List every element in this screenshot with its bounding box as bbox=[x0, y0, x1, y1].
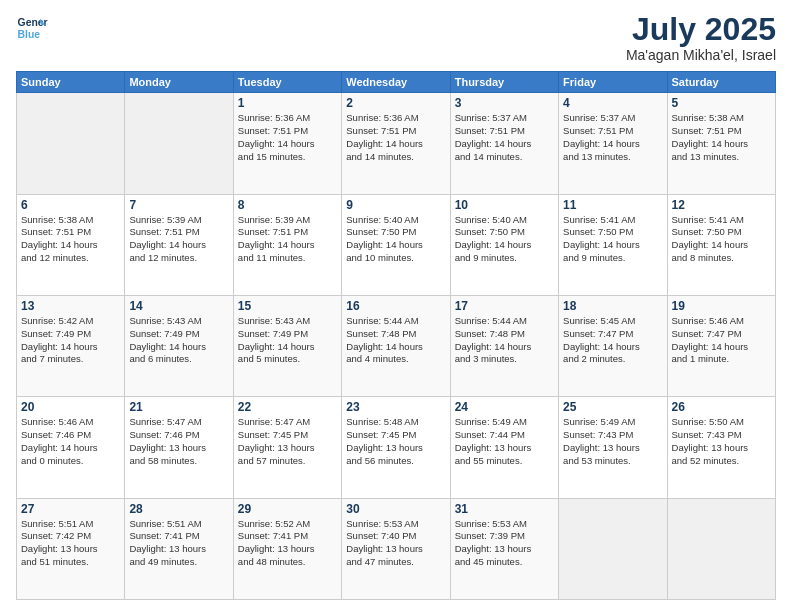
cell-info: Sunrise: 5:38 AMSunset: 7:51 PMDaylight:… bbox=[672, 112, 771, 163]
week-row-5: 27Sunrise: 5:51 AMSunset: 7:42 PMDayligh… bbox=[17, 498, 776, 599]
sunrise-text: Sunrise: 5:51 AM bbox=[21, 518, 93, 529]
week-row-1: 1Sunrise: 5:36 AMSunset: 7:51 PMDaylight… bbox=[17, 93, 776, 194]
cell-info: Sunrise: 5:44 AMSunset: 7:48 PMDaylight:… bbox=[455, 315, 554, 366]
cell-day-number: 4 bbox=[563, 96, 662, 110]
cell-info: Sunrise: 5:43 AMSunset: 7:49 PMDaylight:… bbox=[238, 315, 337, 366]
cell-day-number: 18 bbox=[563, 299, 662, 313]
logo-icon: General Blue bbox=[16, 12, 48, 44]
cell-info: Sunrise: 5:48 AMSunset: 7:45 PMDaylight:… bbox=[346, 416, 445, 467]
table-row bbox=[17, 93, 125, 194]
table-row bbox=[667, 498, 775, 599]
sunrise-text: Sunrise: 5:36 AM bbox=[346, 112, 418, 123]
sunset-text: Sunset: 7:48 PM bbox=[455, 328, 525, 339]
sunrise-text: Sunrise: 5:49 AM bbox=[563, 416, 635, 427]
sunset-text: Sunset: 7:47 PM bbox=[672, 328, 742, 339]
week-row-4: 20Sunrise: 5:46 AMSunset: 7:46 PMDayligh… bbox=[17, 397, 776, 498]
sunset-text: Sunset: 7:50 PM bbox=[455, 226, 525, 237]
sunset-text: Sunset: 7:43 PM bbox=[672, 429, 742, 440]
table-row: 26Sunrise: 5:50 AMSunset: 7:43 PMDayligh… bbox=[667, 397, 775, 498]
week-row-2: 6Sunrise: 5:38 AMSunset: 7:51 PMDaylight… bbox=[17, 194, 776, 295]
table-row: 29Sunrise: 5:52 AMSunset: 7:41 PMDayligh… bbox=[233, 498, 341, 599]
daylight-text: Daylight: 14 hoursand 11 minutes. bbox=[238, 239, 315, 263]
daylight-text: Daylight: 14 hoursand 3 minutes. bbox=[455, 341, 532, 365]
cell-info: Sunrise: 5:39 AMSunset: 7:51 PMDaylight:… bbox=[129, 214, 228, 265]
daylight-text: Daylight: 14 hoursand 13 minutes. bbox=[563, 138, 640, 162]
header-wednesday: Wednesday bbox=[342, 72, 450, 93]
cell-info: Sunrise: 5:42 AMSunset: 7:49 PMDaylight:… bbox=[21, 315, 120, 366]
daylight-text: Daylight: 13 hoursand 45 minutes. bbox=[455, 543, 532, 567]
sunrise-text: Sunrise: 5:46 AM bbox=[21, 416, 93, 427]
sunset-text: Sunset: 7:51 PM bbox=[238, 226, 308, 237]
cell-info: Sunrise: 5:36 AMSunset: 7:51 PMDaylight:… bbox=[238, 112, 337, 163]
calendar-table: Sunday Monday Tuesday Wednesday Thursday… bbox=[16, 71, 776, 600]
sunrise-text: Sunrise: 5:37 AM bbox=[563, 112, 635, 123]
cell-info: Sunrise: 5:53 AMSunset: 7:40 PMDaylight:… bbox=[346, 518, 445, 569]
sunset-text: Sunset: 7:39 PM bbox=[455, 530, 525, 541]
table-row: 6Sunrise: 5:38 AMSunset: 7:51 PMDaylight… bbox=[17, 194, 125, 295]
cell-day-number: 3 bbox=[455, 96, 554, 110]
sunrise-text: Sunrise: 5:36 AM bbox=[238, 112, 310, 123]
table-row: 9Sunrise: 5:40 AMSunset: 7:50 PMDaylight… bbox=[342, 194, 450, 295]
sunrise-text: Sunrise: 5:40 AM bbox=[455, 214, 527, 225]
header-friday: Friday bbox=[559, 72, 667, 93]
sunset-text: Sunset: 7:45 PM bbox=[346, 429, 416, 440]
subtitle: Ma'agan Mikha'el, Israel bbox=[626, 47, 776, 63]
calendar-header-row: Sunday Monday Tuesday Wednesday Thursday… bbox=[17, 72, 776, 93]
table-row: 12Sunrise: 5:41 AMSunset: 7:50 PMDayligh… bbox=[667, 194, 775, 295]
cell-info: Sunrise: 5:37 AMSunset: 7:51 PMDaylight:… bbox=[455, 112, 554, 163]
sunset-text: Sunset: 7:46 PM bbox=[21, 429, 91, 440]
sunset-text: Sunset: 7:43 PM bbox=[563, 429, 633, 440]
daylight-text: Daylight: 14 hoursand 12 minutes. bbox=[129, 239, 206, 263]
cell-info: Sunrise: 5:41 AMSunset: 7:50 PMDaylight:… bbox=[672, 214, 771, 265]
table-row: 13Sunrise: 5:42 AMSunset: 7:49 PMDayligh… bbox=[17, 295, 125, 396]
cell-day-number: 8 bbox=[238, 198, 337, 212]
cell-info: Sunrise: 5:43 AMSunset: 7:49 PMDaylight:… bbox=[129, 315, 228, 366]
week-row-3: 13Sunrise: 5:42 AMSunset: 7:49 PMDayligh… bbox=[17, 295, 776, 396]
cell-day-number: 30 bbox=[346, 502, 445, 516]
sunrise-text: Sunrise: 5:45 AM bbox=[563, 315, 635, 326]
cell-info: Sunrise: 5:45 AMSunset: 7:47 PMDaylight:… bbox=[563, 315, 662, 366]
daylight-text: Daylight: 14 hoursand 4 minutes. bbox=[346, 341, 423, 365]
daylight-text: Daylight: 14 hoursand 15 minutes. bbox=[238, 138, 315, 162]
cell-day-number: 29 bbox=[238, 502, 337, 516]
cell-day-number: 19 bbox=[672, 299, 771, 313]
table-row: 25Sunrise: 5:49 AMSunset: 7:43 PMDayligh… bbox=[559, 397, 667, 498]
cell-info: Sunrise: 5:51 AMSunset: 7:41 PMDaylight:… bbox=[129, 518, 228, 569]
sunrise-text: Sunrise: 5:53 AM bbox=[455, 518, 527, 529]
table-row: 17Sunrise: 5:44 AMSunset: 7:48 PMDayligh… bbox=[450, 295, 558, 396]
sunrise-text: Sunrise: 5:43 AM bbox=[238, 315, 310, 326]
daylight-text: Daylight: 13 hoursand 52 minutes. bbox=[672, 442, 749, 466]
logo: General Blue bbox=[16, 12, 48, 44]
sunrise-text: Sunrise: 5:41 AM bbox=[672, 214, 744, 225]
table-row: 30Sunrise: 5:53 AMSunset: 7:40 PMDayligh… bbox=[342, 498, 450, 599]
cell-info: Sunrise: 5:49 AMSunset: 7:43 PMDaylight:… bbox=[563, 416, 662, 467]
cell-info: Sunrise: 5:44 AMSunset: 7:48 PMDaylight:… bbox=[346, 315, 445, 366]
sunrise-text: Sunrise: 5:53 AM bbox=[346, 518, 418, 529]
sunset-text: Sunset: 7:46 PM bbox=[129, 429, 199, 440]
table-row: 4Sunrise: 5:37 AMSunset: 7:51 PMDaylight… bbox=[559, 93, 667, 194]
table-row bbox=[559, 498, 667, 599]
cell-day-number: 11 bbox=[563, 198, 662, 212]
table-row: 7Sunrise: 5:39 AMSunset: 7:51 PMDaylight… bbox=[125, 194, 233, 295]
daylight-text: Daylight: 13 hoursand 47 minutes. bbox=[346, 543, 423, 567]
cell-info: Sunrise: 5:50 AMSunset: 7:43 PMDaylight:… bbox=[672, 416, 771, 467]
cell-info: Sunrise: 5:40 AMSunset: 7:50 PMDaylight:… bbox=[455, 214, 554, 265]
sunrise-text: Sunrise: 5:51 AM bbox=[129, 518, 201, 529]
title-block: July 2025 Ma'agan Mikha'el, Israel bbox=[626, 12, 776, 63]
cell-info: Sunrise: 5:36 AMSunset: 7:51 PMDaylight:… bbox=[346, 112, 445, 163]
main-title: July 2025 bbox=[626, 12, 776, 47]
daylight-text: Daylight: 13 hoursand 53 minutes. bbox=[563, 442, 640, 466]
sunset-text: Sunset: 7:49 PM bbox=[21, 328, 91, 339]
sunset-text: Sunset: 7:40 PM bbox=[346, 530, 416, 541]
daylight-text: Daylight: 14 hoursand 10 minutes. bbox=[346, 239, 423, 263]
table-row: 16Sunrise: 5:44 AMSunset: 7:48 PMDayligh… bbox=[342, 295, 450, 396]
daylight-text: Daylight: 13 hoursand 57 minutes. bbox=[238, 442, 315, 466]
daylight-text: Daylight: 14 hoursand 13 minutes. bbox=[672, 138, 749, 162]
sunrise-text: Sunrise: 5:47 AM bbox=[238, 416, 310, 427]
cell-day-number: 26 bbox=[672, 400, 771, 414]
sunrise-text: Sunrise: 5:41 AM bbox=[563, 214, 635, 225]
table-row: 5Sunrise: 5:38 AMSunset: 7:51 PMDaylight… bbox=[667, 93, 775, 194]
daylight-text: Daylight: 14 hoursand 6 minutes. bbox=[129, 341, 206, 365]
cell-info: Sunrise: 5:52 AMSunset: 7:41 PMDaylight:… bbox=[238, 518, 337, 569]
sunrise-text: Sunrise: 5:40 AM bbox=[346, 214, 418, 225]
